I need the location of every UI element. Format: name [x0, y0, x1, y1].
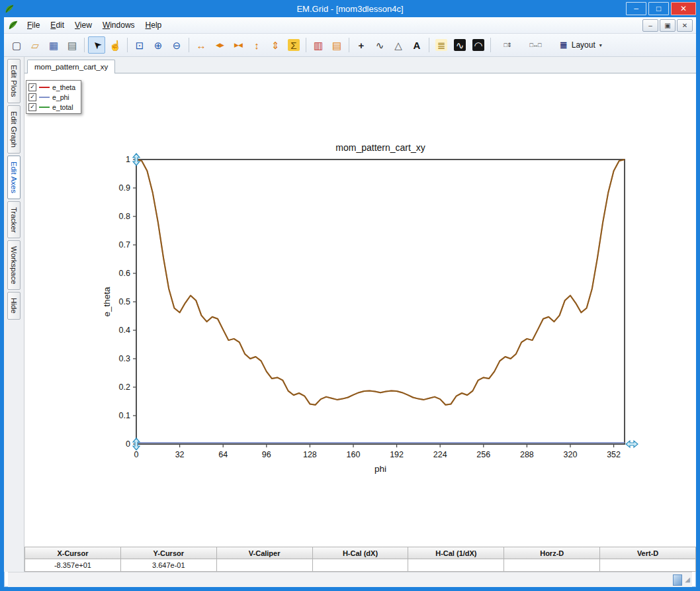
legend-line-swatch [39, 107, 50, 108]
menu-file[interactable]: File [22, 19, 45, 32]
title-bar: EM.Grid - [mom3dlesson4c] –□✕ [0, 0, 700, 17]
svg-text:1: 1 [126, 155, 130, 164]
document-tab[interactable]: mom_pattern_cart_xy [27, 60, 115, 73]
print-icon[interactable]: ▤ [64, 36, 81, 54]
horizontal-marker-lines-icon[interactable]: ▤ [328, 36, 345, 54]
close-button[interactable]: ✕ [671, 2, 696, 15]
status-accent [673, 574, 682, 586]
sidebar-tab-hide[interactable]: Hide [7, 292, 21, 320]
legend-label: e_total [52, 103, 73, 111]
fft-wave-1-icon[interactable]: ∿ [451, 36, 468, 54]
menu-bar-items: FileEditViewWindowsHelp [22, 19, 167, 32]
menu-view[interactable]: View [69, 19, 97, 32]
legend-checkbox-e_theta[interactable]: ✓ [28, 83, 36, 91]
pan-hand-icon[interactable]: ☝ [107, 36, 124, 54]
svg-text:160: 160 [347, 450, 361, 459]
text-annotation-icon[interactable]: A [408, 36, 425, 54]
open-file-icon[interactable]: ▱ [26, 36, 44, 54]
legend: ✓e_theta✓e_phi✓e_total [26, 80, 81, 114]
mdi-minimize-button[interactable]: – [642, 19, 658, 32]
layout-button[interactable]: ≣Layout▾ [553, 36, 609, 54]
svg-text:0: 0 [126, 439, 130, 449]
svg-text:0.4: 0.4 [119, 326, 130, 335]
svg-text:e_theta: e_theta [102, 287, 112, 317]
chart[interactable]: mom_pattern_cart_xy032649612816019222425… [24, 73, 696, 547]
svg-text:0.6: 0.6 [119, 269, 130, 278]
legend-checkbox-e_phi[interactable]: ✓ [28, 93, 36, 101]
readout-value-cell: -8.357e+01 [24, 559, 121, 572]
sidebar-tab-edit-graph[interactable]: Edit Graph [7, 105, 21, 154]
app-window: EM.Grid - [mom3dlesson4c] –□✕ FileEditVi… [0, 0, 700, 591]
legend-item-e_total: ✓e_total [28, 103, 75, 111]
sidebar-tab-edit-axes[interactable]: Edit Axes [7, 156, 21, 199]
pointer-select-icon[interactable]: ➤ [88, 36, 105, 54]
readout-value-row: -8.357e+013.647e-01 [24, 559, 696, 572]
svg-text:288: 288 [520, 450, 534, 459]
new-file-icon[interactable]: ▢ [8, 36, 25, 54]
toolbar-separator [84, 38, 85, 52]
fit-horizontal-range-icon[interactable]: □↔□ [522, 36, 548, 54]
fft-wave-2-icon[interactable]: ◠ [470, 36, 487, 54]
zoom-out-icon[interactable]: ⊖ [168, 36, 185, 54]
content-area: mom_pattern_cart_xy mom_pattern_cart_xy0… [24, 57, 696, 572]
readout-header-cell: Vert-D [600, 547, 696, 559]
slope-triangle-icon[interactable]: △ [390, 36, 407, 54]
svg-text:32: 32 [175, 450, 185, 459]
maximize-button[interactable]: □ [648, 2, 669, 15]
save-file-icon[interactable]: ▦ [45, 36, 62, 54]
svg-text:0.5: 0.5 [119, 297, 130, 306]
notes-page-icon[interactable]: ≣ [433, 36, 450, 54]
minimize-button[interactable]: – [626, 2, 646, 15]
layout-icon: ≣ [560, 40, 568, 50]
svg-text:0.9: 0.9 [119, 183, 130, 193]
compress-x-axis-icon[interactable]: ▶◀ [230, 36, 247, 54]
expand-y-axis-icon[interactable]: ↕ [248, 36, 265, 54]
svg-text:0.2: 0.2 [119, 383, 130, 392]
readout-value-cell [217, 559, 313, 572]
app-logo-icon [4, 3, 16, 15]
main-area: Edit PlotsEdit GraphEdit AxesTrackerWork… [4, 57, 696, 572]
toolbar-separator [490, 38, 491, 52]
sidebar-tab-tracker[interactable]: Tracker [7, 201, 21, 239]
menu-bar: FileEditViewWindowsHelp –▣✕ [4, 17, 696, 34]
vertical-marker-lines-icon[interactable]: ▥ [310, 36, 327, 54]
mdi-restore-button[interactable]: ▣ [660, 19, 676, 32]
expand-x-axis-icon[interactable]: ↔ [193, 36, 210, 54]
svg-text:0.1: 0.1 [119, 411, 130, 420]
autoscale-sigma-icon[interactable]: Σ [285, 36, 302, 54]
readout-header-cell: V-Caliper [217, 547, 313, 559]
toolbar-separator [306, 38, 306, 52]
legend-line-swatch [39, 97, 50, 98]
readout-value-cell [504, 559, 600, 572]
legend-checkbox-e_total[interactable]: ✓ [28, 103, 36, 111]
mdi-close-button[interactable]: ✕ [677, 19, 693, 32]
zoom-window-icon[interactable]: ⊡ [131, 36, 148, 54]
toolbar-separator [189, 38, 189, 52]
app-menu-icon [7, 19, 19, 31]
legend-line-swatch [39, 87, 50, 88]
fit-vertical-range-icon[interactable]: □⇕ [494, 36, 521, 54]
sidebar-tab-edit-plots[interactable]: Edit Plots [7, 59, 21, 103]
zoom-in-icon[interactable]: ⊕ [150, 36, 167, 54]
shift-x-axis-icon[interactable]: ◀▶ [211, 36, 228, 54]
sidebar-tab-workspace[interactable]: Workspace [7, 240, 21, 290]
svg-text:352: 352 [607, 450, 621, 459]
svg-text:0.7: 0.7 [119, 240, 130, 250]
mdi-buttons: –▣✕ [641, 19, 693, 32]
legend-label: e_theta [52, 83, 75, 91]
readout-header-cell: Horz-D [504, 547, 600, 559]
layout-button-label: Layout [572, 40, 595, 50]
readout-value-cell [313, 559, 409, 572]
readout-table: X-CursorY-CursorV-CaliperH-Cal (dX)H-Cal… [24, 547, 696, 572]
axes-curve-icon[interactable]: ∿ [371, 36, 388, 54]
legend-item-e_theta: ✓e_theta [28, 83, 75, 91]
menu-help[interactable]: Help [140, 19, 167, 32]
readout-header-cell: Y-Cursor [121, 547, 217, 559]
menu-edit[interactable]: Edit [45, 19, 69, 32]
chevron-down-icon: ▾ [599, 42, 602, 48]
crosshair-cursor-icon[interactable]: + [353, 36, 370, 54]
resize-grip[interactable]: ◢ [685, 576, 690, 583]
shift-y-axis-icon[interactable]: ⇕ [267, 36, 284, 54]
readout-value-cell [600, 559, 696, 572]
menu-windows[interactable]: Windows [97, 19, 140, 32]
